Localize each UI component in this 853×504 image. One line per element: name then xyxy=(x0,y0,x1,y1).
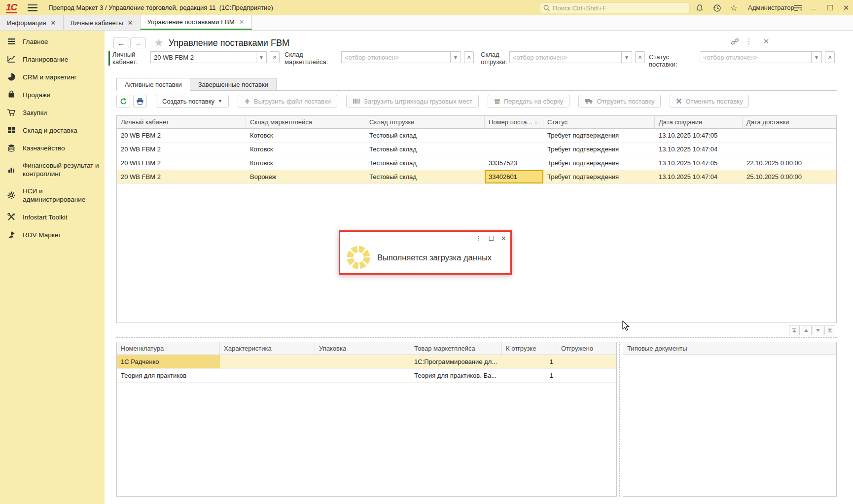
tab-close-icon[interactable]: ✕ xyxy=(239,18,245,26)
table-row-selected[interactable]: 1С Радченко1С:Программирование дл...1 xyxy=(117,355,616,369)
account-filter-clear-icon[interactable]: ✕ xyxy=(270,51,280,63)
ship-supply-button[interactable]: Отгрузить поставку xyxy=(578,95,661,108)
status-filter-clear-icon[interactable]: ✕ xyxy=(825,51,835,63)
sidebar-item-main[interactable]: Главное xyxy=(0,33,105,50)
page-title: Управление поставками FBM xyxy=(169,38,289,48)
ship-warehouse-filter-clear-icon[interactable]: ✕ xyxy=(635,51,645,63)
search-input[interactable] xyxy=(553,4,686,12)
upload-icon xyxy=(244,98,250,104)
dialog-maximize-icon[interactable]: ☐ xyxy=(488,235,494,242)
back-button[interactable]: ← xyxy=(113,37,129,48)
chevron-down-icon[interactable]: ▼ xyxy=(621,51,632,63)
ship-warehouse-filter-input[interactable] xyxy=(510,52,621,63)
go-up-row-icon[interactable] xyxy=(801,325,812,335)
tab-close-icon[interactable]: ✕ xyxy=(128,19,133,27)
column-header[interactable]: Упаковка xyxy=(315,342,410,355)
status-filter-input[interactable] xyxy=(700,52,811,63)
table-row[interactable]: 20 WB FBM 2КотовскТестовый склад33357523… xyxy=(117,156,836,170)
table-row[interactable]: 20 WB FBM 2КотовскТестовый складТребует … xyxy=(117,129,836,143)
print-button[interactable] xyxy=(133,95,147,108)
ship-warehouse-filter-field[interactable]: ▼ xyxy=(509,51,632,63)
sidebar-item-crm[interactable]: CRM и маркетинг xyxy=(0,68,105,86)
filter-label-mp-warehouse: Склад маркетплейса: xyxy=(284,51,329,66)
status-filter-field[interactable]: ▼ xyxy=(700,51,822,63)
tools-icon xyxy=(7,213,16,221)
load-barcodes-button[interactable]: Загрузить штрихкоды грузовых мест xyxy=(346,95,479,108)
current-user[interactable]: Администратор xyxy=(748,4,794,11)
sidebar-item-sales[interactable]: Продажи xyxy=(0,86,105,104)
sidebar-item-treasury[interactable]: Казначейство xyxy=(0,139,105,157)
mp-warehouse-filter-clear-icon[interactable]: ✕ xyxy=(464,51,474,63)
go-down-row-icon[interactable] xyxy=(813,325,823,335)
tab-close-icon[interactable]: ✕ xyxy=(51,19,56,27)
send-to-assembly-button[interactable]: Передать на сборку xyxy=(488,95,569,108)
dialog-close-icon[interactable]: ✕ xyxy=(501,235,506,242)
table-row[interactable]: Теория для практиковТеория для практиков… xyxy=(117,369,616,383)
close-button[interactable]: ✕ xyxy=(840,2,852,14)
account-filter-input[interactable] xyxy=(151,52,256,63)
tab-personal-accounts[interactable]: Личные кабинеты ✕ xyxy=(64,15,141,30)
more-actions-icon[interactable]: ⋮ xyxy=(743,36,755,47)
column-header[interactable]: Дата создания xyxy=(655,116,743,128)
main-menu-icon[interactable] xyxy=(28,4,37,11)
user-menu-icon[interactable] xyxy=(792,2,804,14)
mp-warehouse-filter-input[interactable] xyxy=(342,52,450,63)
sidebar-item-infostart-toolkit[interactable]: Infostart Toolkit xyxy=(0,208,105,226)
sidebar-item-purchases[interactable]: Закупки xyxy=(0,104,105,121)
create-supply-button[interactable]: Создать поставку▼ xyxy=(156,95,229,108)
column-header[interactable]: Товар маркетплейса xyxy=(410,342,502,355)
history-icon[interactable] xyxy=(711,2,723,14)
column-header[interactable]: Личный кабинет xyxy=(117,116,246,128)
favorite-star-icon[interactable]: ★ xyxy=(154,36,164,49)
column-header[interactable]: Склад отгрузки xyxy=(365,116,485,128)
maximize-button[interactable]: ☐ xyxy=(824,2,836,14)
form-area: ← → ★ Управление поставками FBM ⋮ ✕ Личн… xyxy=(105,31,853,504)
sidebar-item-finance[interactable]: Финансовый результат и контроллинг xyxy=(0,157,105,182)
column-header[interactable]: Номенклатура xyxy=(117,342,220,355)
horizontal-splitter[interactable] xyxy=(116,337,837,338)
coins-icon xyxy=(7,144,16,152)
upload-supply-file-button[interactable]: Выгрузить файл поставки xyxy=(238,95,337,108)
refresh-icon xyxy=(120,98,127,105)
column-header[interactable]: Склад маркетплейса xyxy=(246,116,365,128)
current-cell: 1С Радченко xyxy=(117,355,220,368)
vertical-splitter[interactable] xyxy=(619,342,620,497)
tab-fbm-supplies[interactable]: Управление поставками FBM ✕ xyxy=(141,15,252,30)
tab-finished-supplies[interactable]: Завершенные поставки xyxy=(190,78,277,91)
sidebar: Главное Планирование CRM и маркетинг Про… xyxy=(0,31,105,504)
go-last-row-icon[interactable] xyxy=(824,325,835,335)
chevron-down-icon[interactable]: ▼ xyxy=(256,51,266,63)
column-header[interactable]: К отгрузке xyxy=(502,342,557,355)
account-filter-field[interactable]: ▼ xyxy=(150,51,267,63)
tab-active-supplies[interactable]: Активные поставки xyxy=(116,78,190,91)
column-header-sorted[interactable]: Номер поста...↓ xyxy=(485,116,543,128)
favorites-star-icon[interactable]: ☆ xyxy=(728,2,740,14)
refresh-button[interactable] xyxy=(116,95,130,108)
minimize-button[interactable]: – xyxy=(808,2,819,14)
sidebar-item-nsi-admin[interactable]: НСИ и администрирование xyxy=(0,182,105,208)
column-header[interactable]: Характеристика xyxy=(220,342,315,355)
docs-panel-header[interactable]: Типовые документы xyxy=(623,342,836,355)
menu-icon xyxy=(7,37,16,46)
table-row-selected[interactable]: 20 WB FBM 2ВоронежТестовый склад33402601… xyxy=(117,170,836,184)
forward-button[interactable]: → xyxy=(130,37,146,48)
chevron-down-icon[interactable]: ▼ xyxy=(450,51,461,63)
table-row[interactable]: 20 WB FBM 2КотовскТестовый складТребует … xyxy=(117,143,836,156)
get-link-icon[interactable] xyxy=(729,36,741,47)
column-header[interactable]: Статус xyxy=(543,116,655,128)
application-window: 1С Препрод Маркет 3 / Управление торговл… xyxy=(0,0,853,504)
notifications-bell-icon[interactable] xyxy=(694,2,706,14)
dialog-more-icon[interactable]: ⋮ xyxy=(475,235,481,242)
sidebar-item-planning[interactable]: Планирование xyxy=(0,50,105,68)
column-header[interactable]: Отгружено xyxy=(557,342,616,355)
sidebar-item-rdv-market[interactable]: RDV Маркет xyxy=(0,226,105,244)
cancel-supply-button[interactable]: Отменить поставку xyxy=(670,95,749,108)
mp-warehouse-filter-field[interactable]: ▼ xyxy=(341,51,461,63)
column-header[interactable]: Дата доставки xyxy=(743,116,836,128)
form-close-icon[interactable]: ✕ xyxy=(760,36,772,47)
tab-information[interactable]: Информация ✕ xyxy=(0,15,64,30)
sidebar-item-warehouse[interactable]: Склад и доставка xyxy=(0,121,105,139)
chevron-down-icon[interactable]: ▼ xyxy=(811,51,821,63)
go-first-row-icon[interactable] xyxy=(789,325,800,335)
global-search[interactable] xyxy=(540,2,690,13)
